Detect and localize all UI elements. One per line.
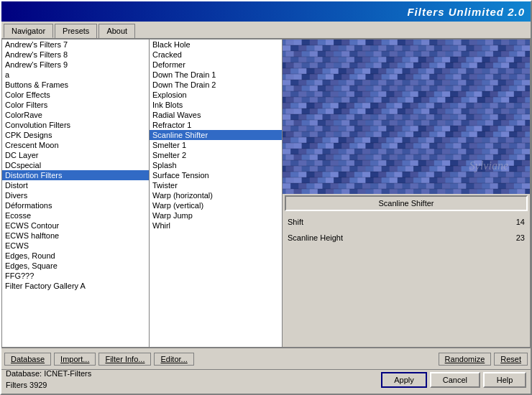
toolbar: Database Import... Filter Info... Editor…	[1, 348, 531, 369]
status-bar: Database: ICNET-Filters Filters 3929 App…	[1, 369, 531, 389]
category-item[interactable]: Déformations	[2, 200, 149, 210]
filter-item[interactable]: Ink Blots	[150, 100, 282, 110]
app-window: Filters Unlimited 2.0 Navigator Presets …	[0, 0, 532, 395]
database-label: Database:	[6, 369, 42, 378]
category-item[interactable]: Edges, Round	[2, 251, 149, 261]
main-content: Andrew's Filters 7Andrew's Filters 8Andr…	[1, 39, 531, 348]
category-item[interactable]: Color Filters	[2, 100, 149, 110]
database-button[interactable]: Database	[4, 353, 51, 366]
filter-item[interactable]: Warp (vertical)	[150, 200, 282, 210]
filter-item[interactable]: Whirl	[150, 220, 282, 231]
category-item[interactable]: Andrew's Filters 9	[2, 60, 149, 70]
params-area: Shift 14 Scanline Height 23	[283, 213, 530, 347]
filter-item[interactable]: Radial Waves	[150, 110, 282, 120]
param-value: 23	[499, 233, 528, 242]
category-item[interactable]: Edges, Square	[2, 261, 149, 271]
category-item[interactable]: Distort	[2, 180, 149, 190]
import-button[interactable]: Import...	[54, 353, 96, 366]
filter-item[interactable]: Deformer	[150, 60, 282, 70]
database-value: ICNET-Filters	[44, 369, 91, 378]
database-status: Database: ICNET-Filters	[6, 368, 91, 379]
param-label: Shift	[285, 218, 499, 226]
apply-button[interactable]: Apply	[381, 372, 427, 388]
tab-navigator[interactable]: Navigator	[4, 24, 53, 38]
filter-item[interactable]: Smelter 1	[150, 140, 282, 150]
app-title: Filters Unlimited 2.0	[407, 6, 525, 18]
category-item[interactable]: ECWS halftone	[2, 231, 149, 241]
status-text: Database: ICNET-Filters Filters 3929	[6, 368, 91, 391]
category-item[interactable]: Convolution Filters	[2, 120, 149, 130]
category-item[interactable]: FFG???	[2, 271, 149, 281]
filter-name-bar: Scanline Shifter	[285, 195, 528, 211]
category-item[interactable]: Andrew's Filters 8	[2, 50, 149, 60]
category-item[interactable]: DC Layer	[2, 150, 149, 160]
filter-display-name: Scanline Shifter	[378, 199, 434, 208]
help-button[interactable]: Help	[483, 372, 526, 388]
title-bar: Filters Unlimited 2.0	[1, 1, 531, 22]
param-value: 14	[499, 218, 528, 226]
filter-item[interactable]: Twister	[150, 180, 282, 190]
category-item[interactable]: Crescent Moon	[2, 140, 149, 150]
category-item[interactable]: Color Effects	[2, 90, 149, 100]
filter-list[interactable]: Black HoleCrackedDeformerDown The Drain …	[150, 40, 282, 347]
filters-value: 3929	[29, 381, 47, 389]
filter-item[interactable]: Scanline Shifter	[150, 130, 282, 140]
category-item[interactable]: ColorRave	[2, 110, 149, 120]
category-item[interactable]: ECWS	[2, 241, 149, 251]
right-panel: Sylviane Scanline Shifter Shift 14 Scanl…	[283, 40, 530, 347]
cancel-button[interactable]: Cancel	[430, 372, 480, 388]
editor-button[interactable]: Editor...	[154, 353, 193, 366]
preview-canvas	[283, 40, 530, 194]
reset-button[interactable]: Reset	[494, 353, 528, 366]
param-row	[285, 293, 528, 309]
tab-presets[interactable]: Presets	[55, 24, 97, 38]
category-list[interactable]: Andrew's Filters 7Andrew's Filters 8Andr…	[2, 40, 149, 347]
filter-item[interactable]: Splash	[150, 160, 282, 170]
category-item[interactable]: Buttons & Frames	[2, 80, 149, 90]
category-item[interactable]: Divers	[2, 190, 149, 200]
category-item[interactable]: ECWS Contour	[2, 220, 149, 231]
filter-item[interactable]: Warp (horizontal)	[150, 190, 282, 200]
category-item[interactable]: CPK Designs	[2, 130, 149, 140]
filters-label: Filters	[6, 381, 27, 389]
param-row	[285, 277, 528, 293]
category-item[interactable]: a	[2, 70, 149, 80]
filter-item[interactable]: Refractor 1	[150, 120, 282, 130]
filter-item[interactable]: Cracked	[150, 50, 282, 60]
category-item[interactable]: DCspecial	[2, 160, 149, 170]
tab-bar: Navigator Presets About	[1, 22, 531, 39]
param-label: Scanline Height	[285, 233, 499, 242]
filter-item[interactable]: Down The Drain 1	[150, 70, 282, 80]
randomize-button[interactable]: Randomize	[439, 353, 492, 366]
param-row: Scanline Height 23	[285, 230, 528, 246]
filter-item[interactable]: Down The Drain 2	[150, 80, 282, 90]
category-item[interactable]: Andrew's Filters 7	[2, 40, 149, 50]
param-row	[285, 261, 528, 277]
param-row: Shift 14	[285, 214, 528, 230]
filter-item[interactable]: Surface Tension	[150, 170, 282, 180]
status-buttons: Apply Cancel Help	[381, 372, 526, 388]
param-row	[285, 246, 528, 261]
filter-info-button[interactable]: Filter Info...	[98, 353, 151, 366]
filter-item[interactable]: Black Hole	[150, 40, 282, 50]
filters-status: Filters 3929	[6, 380, 91, 391]
category-item[interactable]: Ecosse	[2, 210, 149, 220]
filter-item[interactable]: Warp Jump	[150, 210, 282, 220]
category-panel: Andrew's Filters 7Andrew's Filters 8Andr…	[2, 40, 150, 347]
category-item[interactable]: Filter Factory Gallery A	[2, 281, 149, 291]
preview-area: Sylviane	[283, 40, 530, 194]
category-item[interactable]: Distortion Filters	[2, 170, 149, 180]
filter-item[interactable]: Explosion	[150, 90, 282, 100]
filter-panel: Black HoleCrackedDeformerDown The Drain …	[150, 40, 283, 347]
filter-item[interactable]: Smelter 2	[150, 150, 282, 160]
tab-about[interactable]: About	[98, 24, 135, 38]
